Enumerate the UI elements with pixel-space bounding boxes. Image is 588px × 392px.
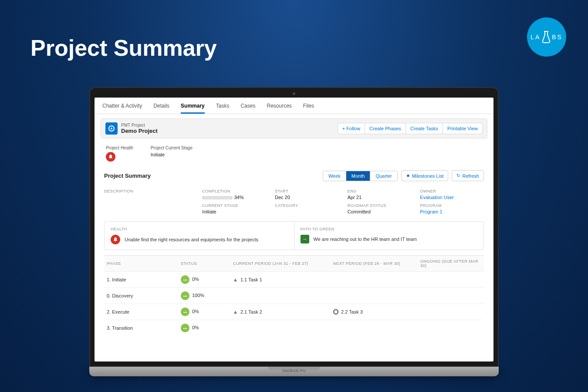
printable-view-button[interactable]: Printable View: [443, 123, 483, 134]
task-name: 1.1 Task 1: [240, 277, 262, 282]
phase-table: PHASE STATUS CURRENT PERIOD (JAN 31 - FE…: [104, 255, 484, 336]
laptop-base: MacBook Pro: [89, 367, 499, 376]
phase-pct: 0%: [192, 309, 199, 314]
range-month[interactable]: Month: [346, 171, 370, 181]
phase-name: 3. Transition: [107, 325, 181, 331]
program-label: PROGRAM: [420, 203, 484, 208]
meta-grid: DESCRIPTION COMPLETION 34% CURRENT STAGE…: [95, 185, 493, 221]
col-next: NEXT PERIOD (FEB 28 - MAR 30): [333, 261, 420, 266]
create-tasks-button[interactable]: Create Tasks: [406, 123, 443, 134]
tab-tasks[interactable]: Tasks: [216, 103, 230, 114]
health-path-boxes: HEALTH Unable find the right resources a…: [104, 221, 484, 250]
tab-resources[interactable]: Resources: [267, 103, 291, 114]
tab-chatter[interactable]: Chatter & Activity: [102, 103, 142, 114]
flask-icon: [541, 30, 551, 44]
roadmap-value: Committed: [348, 209, 412, 214]
program-link[interactable]: Program 1: [420, 209, 484, 214]
owner-link[interactable]: Evaluation User: [420, 195, 484, 200]
phase-row: 0. Discovery •••100%: [104, 287, 484, 304]
col-status: STATUS: [181, 261, 233, 266]
record-name: Demo Project: [121, 128, 158, 134]
phase-pct: 100%: [192, 293, 204, 298]
current-stage-label: Project Current Stage: [151, 145, 193, 150]
col-current: CURRENT PERIOD (JAN 31 - FEB 27): [233, 261, 333, 266]
camera-dot: [293, 92, 295, 95]
bell-alert-icon: [111, 235, 120, 244]
app-screen: Chatter & Activity Details Summary Tasks…: [95, 98, 493, 362]
slide-title: Project Summary: [30, 35, 217, 61]
record-header: PMT Project Demo Project + Follow Create…: [101, 118, 487, 139]
create-phases-button[interactable]: Create Phases: [365, 123, 406, 134]
refresh-button[interactable]: ↻ Refresh: [452, 170, 484, 181]
tab-summary[interactable]: Summary: [181, 103, 205, 114]
tab-files[interactable]: Files: [303, 103, 314, 114]
current-stage-value: Initiate: [151, 152, 193, 157]
phase-name: 0. Discovery: [107, 293, 181, 298]
roadmap-label: ROADMAP STATUS: [348, 203, 412, 208]
col-phase: PHASE: [107, 261, 181, 266]
milestones-button[interactable]: ★ Milestones List: [401, 170, 449, 181]
status-dots-icon: •••: [181, 324, 189, 332]
phase-pct: 0%: [192, 325, 199, 330]
health-box-label: HEALTH: [111, 227, 288, 231]
start-label: START: [275, 189, 339, 193]
arrow-right-icon: →: [301, 235, 309, 243]
task-name: 2.2 Task 3: [341, 309, 363, 314]
phase-row: 2. Execute •••0% ▲2.1 Task 2 2.2 Task 3: [104, 304, 484, 320]
section-title: Project Summary: [104, 172, 151, 179]
description-label: DESCRIPTION: [104, 189, 193, 193]
star-icon: ★: [406, 173, 410, 179]
task-name: 2.1 Task 2: [240, 309, 262, 314]
follow-button[interactable]: + Follow: [338, 123, 365, 134]
tab-cases[interactable]: Cases: [240, 103, 255, 114]
completion-label: COMPLETION: [202, 189, 266, 193]
current-stage-meta-value: Initiate: [202, 209, 266, 214]
warning-triangle-icon: ▲: [233, 277, 238, 282]
path-box-label: PATH TO GREEN: [301, 227, 478, 231]
start-value: Dec 20: [275, 195, 339, 200]
record-actions: + Follow Create Phases Create Tasks Prin…: [338, 123, 483, 134]
tab-details[interactable]: Details: [153, 103, 169, 114]
completion-bar: [202, 196, 233, 199]
end-label: END: [348, 189, 412, 193]
laptop-model: MacBook Pro: [282, 368, 306, 373]
phase-row: 3. Transition •••0%: [104, 320, 484, 336]
sub-fields: Project Health Project Current Stage Ini…: [95, 143, 493, 167]
circle-empty-icon: [333, 309, 338, 314]
status-dots-icon: •••: [181, 308, 189, 316]
range-week[interactable]: Week: [323, 171, 346, 181]
tab-bar: Chatter & Activity Details Summary Tasks…: [95, 98, 493, 114]
current-stage-meta-label: CURRENT STAGE: [202, 203, 266, 208]
end-value: Apr 21: [348, 195, 412, 200]
refresh-icon: ↻: [456, 173, 460, 179]
record-type: PMT Project: [121, 123, 158, 128]
status-dots-icon: •••: [181, 291, 189, 300]
phase-name: 1. Initiate: [107, 277, 181, 282]
range-quarter[interactable]: Quarter: [370, 171, 397, 181]
health-text: Unable find the right resources and equi…: [125, 237, 258, 242]
range-toggle: Week Month Quarter: [323, 171, 398, 181]
owner-label: OWNER: [420, 189, 484, 193]
category-label: CATEGORY: [275, 203, 339, 208]
phase-name: 2. Execute: [107, 309, 181, 314]
phase-pct: 0%: [192, 277, 199, 282]
svg-point-2: [111, 128, 112, 129]
phase-row: 1. Initiate •••0% ▲1.1 Task 1: [104, 271, 484, 287]
completion-pct: 34%: [234, 195, 243, 200]
bell-alert-icon: [106, 152, 115, 162]
path-text: We are reaching out to the HR team and I…: [314, 237, 417, 242]
labs-badge: L A B S: [527, 17, 566, 57]
project-health-label: Project Health: [106, 145, 133, 150]
status-dots-icon: •••: [181, 275, 189, 284]
warning-triangle-icon: ▲: [233, 309, 238, 314]
col-ongoing: ONGOING (DUE AFTER MAR 30): [420, 259, 481, 268]
project-icon: [105, 122, 118, 135]
laptop-mockup: Chatter & Activity Details Summary Tasks…: [89, 87, 499, 376]
